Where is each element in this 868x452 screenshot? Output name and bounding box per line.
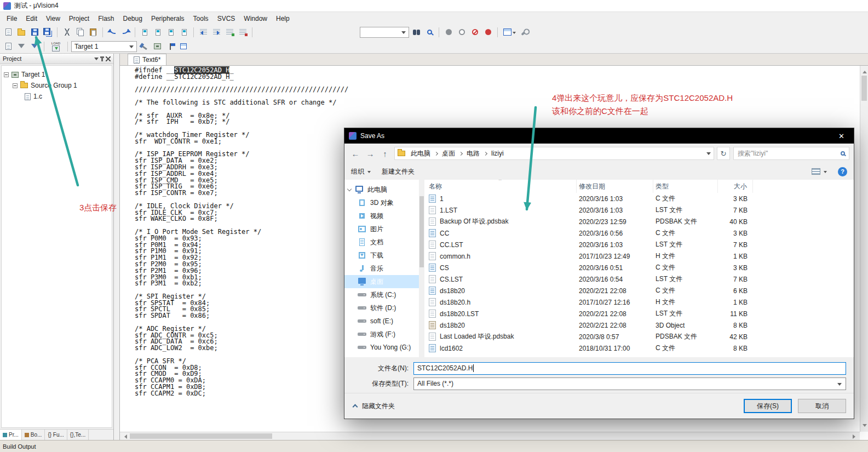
file-row[interactable]: ds18b202020/2/21 22:08C 文件6 KB <box>424 285 854 296</box>
collapse-icon[interactable] <box>13 83 18 88</box>
tab-books[interactable]: Bo... <box>22 430 45 440</box>
nav-item-desktop[interactable]: 桌面 <box>344 275 419 288</box>
breadcrumb-circuit[interactable]: 电路 <box>463 149 483 158</box>
scroll-left-icon[interactable] <box>122 434 127 439</box>
nav-item-drive-d[interactable]: 软件 (D:) <box>344 301 419 314</box>
breakpoint-kill-button[interactable] <box>469 26 481 38</box>
column-type[interactable]: 类型 <box>653 180 718 193</box>
tree-item-source-group[interactable]: Source Group 1 <box>3 80 111 91</box>
search-input[interactable]: 搜索"liziyi" <box>733 147 849 160</box>
flag-button[interactable] <box>164 41 176 53</box>
nav-item-documents[interactable]: 文档 <box>344 236 419 249</box>
tab-templates[interactable]: {},Te... <box>67 430 89 440</box>
save-all-button[interactable] <box>42 26 54 38</box>
cut-button[interactable] <box>61 26 73 38</box>
tree-item-file[interactable]: 1.c <box>3 91 111 102</box>
file-row[interactable]: ds18b202020/2/21 22:083D Object8 KB <box>424 319 854 331</box>
hide-folders-button[interactable]: 隐藏文件夹 <box>362 402 395 411</box>
rebuild-all-button[interactable] <box>28 41 41 53</box>
file-row[interactable]: CS2020/3/16 0:51C 文件3 KB <box>424 262 854 273</box>
manage-components-button[interactable] <box>177 41 189 53</box>
menu-debug[interactable]: Debug <box>119 12 147 25</box>
find-text-combo[interactable] <box>360 27 409 38</box>
column-size[interactable]: 大小 <box>718 180 753 193</box>
menu-file[interactable]: File <box>2 12 21 25</box>
nav-item-drive-g[interactable]: You Yong (G:) <box>344 341 419 354</box>
close-button[interactable]: ✕ <box>829 128 854 144</box>
translate-file-button[interactable] <box>2 41 14 53</box>
forward-button[interactable]: → <box>364 147 377 160</box>
nav-item-3d-objects[interactable]: 3D 对象 <box>344 196 419 209</box>
pin-icon[interactable] <box>101 56 103 61</box>
menu-edit[interactable]: Edit <box>21 12 42 25</box>
file-row[interactable]: Last Loaded 毕设.pdsbak2020/3/8 0:57PDSBAK… <box>424 331 854 342</box>
scroll-up-icon[interactable] <box>863 68 867 73</box>
menu-window[interactable]: Window <box>239 12 272 25</box>
nav-item-drive-c[interactable]: 系统 (C:) <box>344 288 419 301</box>
breadcrumb-liziyi[interactable]: liziyi <box>488 150 507 157</box>
file-row[interactable]: Backup Of 毕设.pdsbak2020/2/23 12:59PDSBAK… <box>424 216 854 227</box>
organize-button[interactable]: 组织 <box>351 167 371 176</box>
file-row[interactable]: 12020/3/16 1:03C 文件3 KB <box>424 193 854 204</box>
find-button[interactable] <box>423 26 435 38</box>
save-confirm-button[interactable]: 保存(S) <box>744 399 792 413</box>
up-button[interactable]: ↑ <box>378 147 392 160</box>
scrollbar-thumb[interactable] <box>419 196 424 267</box>
nav-scrollbar[interactable] <box>419 180 424 357</box>
nav-item-downloads[interactable]: 下载 <box>344 249 419 262</box>
breadcrumb-this-pc[interactable]: 此电脑 <box>407 149 434 158</box>
bookmark-next-button[interactable] <box>165 26 177 38</box>
file-row[interactable]: ds18b20.LST2020/2/21 22:08LST 文件11 KB <box>424 308 854 319</box>
bookmark-prev-button[interactable] <box>152 26 164 38</box>
options-for-target-button[interactable] <box>138 41 150 53</box>
breadcrumb-desktop[interactable]: 桌面 <box>439 149 458 158</box>
open-file-button[interactable] <box>15 26 27 38</box>
nav-item-music[interactable]: 音乐 <box>344 262 419 275</box>
nav-item-drive-f[interactable]: 游戏 (F:) <box>344 328 419 341</box>
comment-button[interactable] <box>223 26 235 38</box>
configure-button[interactable] <box>519 26 531 38</box>
back-button[interactable]: ← <box>349 147 362 160</box>
view-mode-button[interactable] <box>812 168 827 175</box>
scroll-right-icon[interactable] <box>853 434 858 439</box>
breakpoint-disable-button[interactable] <box>482 26 494 38</box>
new-file-button[interactable] <box>2 26 14 38</box>
copy-button[interactable] <box>74 26 86 38</box>
find-in-files-button[interactable] <box>410 26 422 38</box>
horizontal-scrollbar[interactable] <box>120 432 860 440</box>
load-application-button[interactable]: LOAD <box>48 41 64 53</box>
file-row[interactable]: CS.LST2020/3/16 0:54LST 文件7 KB <box>424 273 854 285</box>
column-name[interactable]: 名称^ <box>424 180 577 193</box>
savetype-select[interactable]: All Files (*.*) <box>413 377 846 390</box>
file-row[interactable]: CC2020/3/16 0:56C 文件3 KB <box>424 227 854 239</box>
breakpoint-enable-button[interactable] <box>456 26 468 38</box>
menu-tools[interactable]: Tools <box>189 12 213 25</box>
indent-button[interactable] <box>210 26 222 38</box>
target-select[interactable]: Target 1 <box>71 41 137 52</box>
menu-flash[interactable]: Flash <box>94 12 118 25</box>
menu-view[interactable]: View <box>42 12 65 25</box>
scroll-down-icon[interactable] <box>863 424 867 429</box>
bookmark-clear-button[interactable] <box>178 26 190 38</box>
build-target-button[interactable] <box>15 41 27 53</box>
menu-project[interactable]: Project <box>65 12 94 25</box>
bookmark-toggle-button[interactable] <box>139 26 151 38</box>
menu-svcs[interactable]: SVCS <box>213 12 240 25</box>
collapse-icon[interactable] <box>4 72 9 77</box>
panel-menu-icon[interactable] <box>94 58 99 62</box>
undo-button[interactable] <box>106 26 118 38</box>
file-row[interactable]: ds18b20.h2017/10/27 12:16H 文件1 KB <box>424 296 854 308</box>
uncomment-button[interactable] <box>237 26 249 38</box>
file-row[interactable]: common.h2017/10/23 12:49H 文件1 KB <box>424 250 854 262</box>
file-row[interactable]: CC.LST2020/3/16 1:03LST 文件7 KB <box>424 239 854 250</box>
new-folder-button[interactable]: 新建文件夹 <box>382 167 415 176</box>
redo-button[interactable] <box>119 26 131 38</box>
breakpoint-insert-button[interactable] <box>442 26 455 38</box>
scrollbar-thumb[interactable] <box>130 433 272 439</box>
tab-functions[interactable]: {} Fu... <box>45 430 67 440</box>
tab-project[interactable]: Pr... <box>0 430 22 440</box>
close-icon[interactable] <box>106 56 111 61</box>
editor-tab-text6[interactable]: Text6* <box>128 54 166 65</box>
help-button[interactable]: ? <box>838 167 847 176</box>
menu-help[interactable]: Help <box>272 12 294 25</box>
